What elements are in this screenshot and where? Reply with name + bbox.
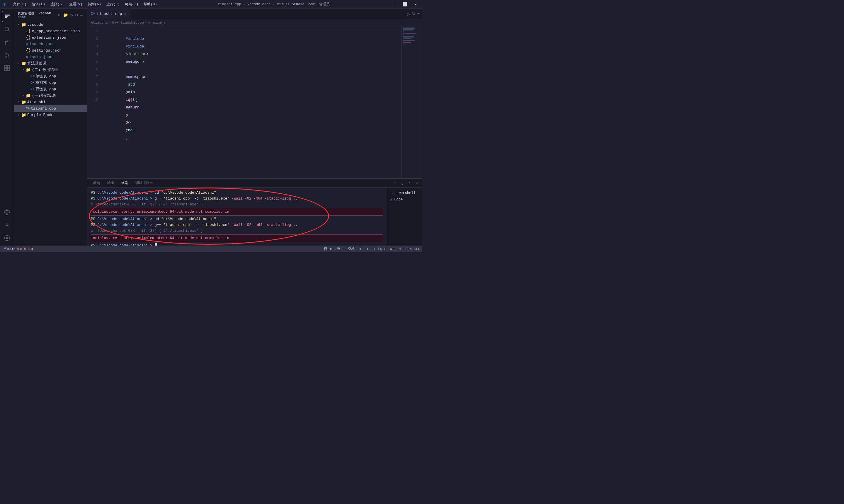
terminal-side-powershell[interactable]: ▷ powershell xyxy=(387,190,422,196)
menu-terminal[interactable]: 终端(T) xyxy=(123,1,141,7)
menu-bar[interactable]: 文件(F) 编辑(E) 选择(S) 查看(V) 转到(G) 运行(R) 终端(T… xyxy=(11,1,159,7)
menu-file[interactable]: 文件(F) xyxy=(11,1,29,7)
token: int xyxy=(126,75,132,79)
cpp-tab-icon: C+ xyxy=(91,12,95,16)
tree-item-basic-algo[interactable]: ▸ 📁 (一)基础算法 xyxy=(14,92,87,99)
tree-item-tasks[interactable]: ✕ tasks.json xyxy=(14,54,87,60)
token xyxy=(126,97,135,102)
run-icon[interactable]: ▷ xyxy=(407,11,410,17)
maximize-button[interactable]: ⬜ xyxy=(400,1,410,7)
code-terminal-label: Code xyxy=(394,198,403,202)
code-content[interactable]: #include <iostream> #include <vector> us… xyxy=(101,26,401,178)
breadcrumb-symbol[interactable]: ⊙ main() xyxy=(148,20,165,25)
status-spaces[interactable]: 空格: 4 xyxy=(348,247,361,251)
terminal-body: PS C:\Vscode code\Atiaoshi > cd "c:\Vsco… xyxy=(87,187,422,246)
tree-item-data-struct[interactable]: ▾ 📁 (二) 数据结构 xyxy=(14,67,87,73)
tab-terminal[interactable]: 终端 xyxy=(118,179,132,187)
token: <iostream> xyxy=(126,52,148,56)
tree-item-c-cpp[interactable]: {} c_cpp_properties.json xyxy=(14,28,87,34)
tree-item-launch[interactable]: ✕ launch.json xyxy=(14,41,87,47)
tab-close-icon[interactable]: ✕ xyxy=(124,12,127,16)
status-encoding[interactable]: UTF-8 xyxy=(364,247,375,251)
more-actions-icon[interactable]: ⋯ xyxy=(80,12,84,18)
tree-item-algo[interactable]: ▾ 📁 算法基础课 xyxy=(14,60,87,67)
terminal-content[interactable]: PS C:\Vscode code\Atiaoshi > cd "c:\Vsco… xyxy=(87,187,387,246)
window-controls[interactable]: ─ ⬜ ✕ xyxy=(390,1,419,7)
svg-marker-4 xyxy=(5,53,9,58)
error-count: ⊘ 0 xyxy=(20,247,26,251)
menu-edit[interactable]: 编辑(E) xyxy=(29,1,48,7)
svg-rect-8 xyxy=(4,68,6,71)
tab-tiaoshi[interactable]: C+ tiaoshi.cpp ✕ xyxy=(87,9,130,19)
activity-extensions-icon[interactable] xyxy=(2,63,12,73)
split-editor-icon[interactable]: ⧉ xyxy=(412,11,415,17)
tree-item-stack[interactable]: C+ 模拟栈.cpp xyxy=(14,79,87,86)
terminal-tabs: 问题 输出 终端 调试控制台 + ⌄ ∧ ✕ xyxy=(87,179,422,187)
activity-account-icon[interactable] xyxy=(2,220,12,230)
activity-search-icon[interactable] xyxy=(2,24,12,35)
tree-item-settings[interactable]: {} settings.json xyxy=(14,47,87,54)
activity-explorer-icon[interactable] xyxy=(2,11,12,22)
menu-help[interactable]: 帮助(H) xyxy=(141,1,159,7)
tree-item-doublist[interactable]: C+ 双链表.cpp xyxy=(14,86,87,92)
new-file-icon[interactable]: ⊕ xyxy=(57,12,61,18)
breadcrumb-file[interactable]: C++ tiaoshi.cpp xyxy=(112,21,144,25)
status-lang[interactable]: C++ xyxy=(390,247,396,251)
tree-item-atiaoshi[interactable]: ▾ 📁 Atiaoshi xyxy=(14,99,87,105)
breadcrumb-folder[interactable]: Atiaoshi xyxy=(91,21,108,25)
token xyxy=(126,90,135,94)
status-errors[interactable]: ⊘ ⊘ 0 xyxy=(17,247,26,251)
activity-settings-icon[interactable] xyxy=(2,233,12,243)
refresh-icon[interactable]: ↻ xyxy=(70,12,74,18)
menu-goto[interactable]: 转到(G) xyxy=(85,1,104,7)
new-terminal-icon[interactable]: + xyxy=(392,180,398,186)
collapse-icon[interactable]: ⊟ xyxy=(75,12,78,18)
title-bar: ⎈ 文件(F) 编辑(E) 选择(S) 查看(V) 转到(G) 运行(R) 终端… xyxy=(0,0,422,9)
line-ending: CRLF xyxy=(378,247,387,251)
activity-remote-icon[interactable] xyxy=(2,207,12,217)
status-right: 行 10，列 2 空格: 4 UTF-8 CRLF C++ ⊙ JSON C++ xyxy=(324,247,420,251)
tab-debug-console[interactable]: 调试控制台 xyxy=(132,179,157,187)
terminal-side-code[interactable]: ▷ Code xyxy=(387,196,422,203)
menu-view[interactable]: 查看(V) xyxy=(67,1,85,7)
tab-output[interactable]: 输出 xyxy=(104,179,118,187)
terminal-line-4: PS C:\Vscode code\Atiaoshi > cd "c:\Vsco… xyxy=(91,216,383,222)
tree-item-tiaoshi[interactable]: C+ tiaoshi.cpp xyxy=(14,105,87,112)
code-line-5 xyxy=(101,58,401,66)
code-line-8: cout << a << endl ; xyxy=(101,81,401,89)
git-branch-icon: ⎇ xyxy=(2,247,6,251)
breadcrumb: Atiaoshi > C++ tiaoshi.cpp > ⊙ main() xyxy=(87,19,422,26)
terminal-maximize-icon[interactable]: ∧ xyxy=(407,180,412,186)
close-button[interactable]: ✕ xyxy=(412,1,419,7)
new-folder-icon[interactable]: 📁 xyxy=(62,12,69,18)
tree-item-vscode[interactable]: ▾ 📁 .vscode xyxy=(14,21,87,28)
status-eol[interactable]: CRLF xyxy=(378,247,387,251)
more-actions-editor-icon[interactable]: ⋯ xyxy=(417,11,420,17)
terminal-chevron-icon[interactable]: ⌄ xyxy=(399,180,405,186)
tree-item-purple[interactable]: ▸ 📁 Purple Book xyxy=(14,112,87,118)
status-warnings[interactable]: ⚠ 0 xyxy=(28,247,33,251)
tab-label: tiaoshi.cpp xyxy=(97,12,122,16)
activity-git-icon[interactable] xyxy=(2,37,12,48)
sidebar-actions[interactable]: ⊕ 📁 ↻ ⊟ ⋯ xyxy=(57,12,84,18)
editor-scrollbar[interactable] xyxy=(419,26,422,178)
terminal-side-panel: ▷ powershell ▷ Code xyxy=(387,187,422,246)
warning-count: 0 xyxy=(31,247,33,251)
status-bar: ⎇ main ⊘ ⊘ 0 ⚠ 0 行 10，列 2 空格: 4 UTF-8 CR… xyxy=(0,246,422,252)
tree-item-linklist[interactable]: C+ 单链表.cpp xyxy=(14,73,87,79)
token xyxy=(126,52,128,56)
menu-select[interactable]: 选择(S) xyxy=(48,1,66,7)
menu-run[interactable]: 运行(R) xyxy=(104,1,122,7)
tab-problems[interactable]: 问题 xyxy=(90,179,104,187)
terminal-close-icon[interactable]: ✕ xyxy=(414,180,420,186)
status-position[interactable]: 行 10，列 2 xyxy=(324,247,345,251)
branch-name: main xyxy=(7,247,16,251)
activity-run-icon[interactable] xyxy=(2,50,12,60)
tree-item-extensions[interactable]: {} extensions.json xyxy=(14,34,87,41)
svg-rect-9 xyxy=(7,68,10,71)
status-left: ⎇ main ⊘ ⊘ 0 ⚠ 0 xyxy=(2,247,33,251)
minimize-button[interactable]: ─ xyxy=(390,1,397,7)
status-feedback[interactable]: ⊙ JSON C++ xyxy=(399,247,420,251)
status-branch[interactable]: ⎇ main xyxy=(2,247,16,251)
powershell-label: powershell xyxy=(394,191,416,195)
